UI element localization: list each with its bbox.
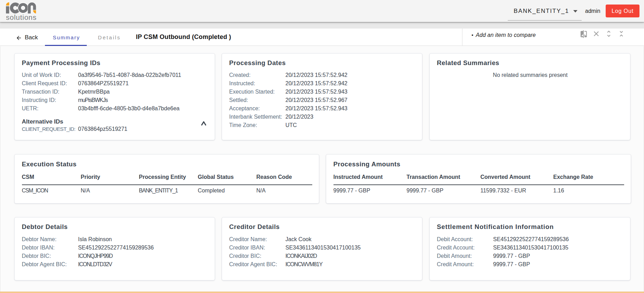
svg-text:solutions: solutions [6,13,37,21]
